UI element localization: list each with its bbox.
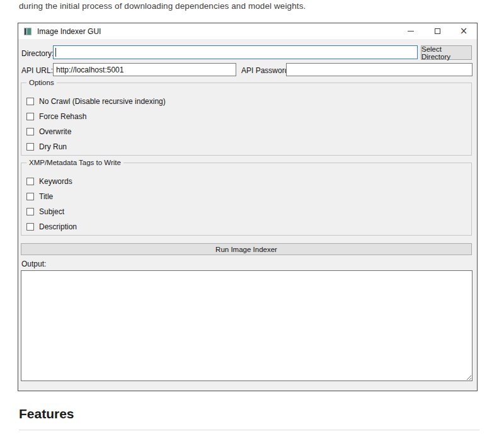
api-password-label: API Password: (241, 66, 291, 75)
checkbox-overwrite[interactable]: Overwrite (26, 124, 471, 139)
window-controls: × (398, 23, 477, 39)
window-title: Image Indexer GUI (37, 27, 101, 36)
output-textarea[interactable] (21, 270, 472, 381)
run-image-indexer-button[interactable]: Run Image Indexer (21, 243, 472, 255)
directory-label: Directory: (21, 49, 54, 58)
minimize-button[interactable] (398, 23, 424, 39)
checkbox-icon[interactable] (26, 113, 34, 120)
checkbox-force-rehash[interactable]: Force Rehash (26, 109, 471, 124)
checkbox-label: Overwrite (39, 127, 71, 136)
maximize-icon (435, 28, 440, 34)
close-button[interactable]: × (450, 23, 477, 39)
intro-text: during the initial process of downloadin… (19, 1, 306, 11)
api-password-input[interactable] (286, 63, 472, 76)
directory-input[interactable] (53, 45, 418, 59)
select-directory-button[interactable]: Select Directory (421, 45, 472, 60)
checkbox-label: Title (39, 192, 53, 201)
checkbox-icon[interactable] (26, 143, 34, 151)
minimize-icon (408, 31, 414, 32)
checkbox-icon[interactable] (26, 193, 34, 200)
options-groupbox: Options No Crawl (Disable recursive inde… (21, 83, 472, 156)
checkbox-no-crawl[interactable]: No Crawl (Disable recursive indexing) (26, 94, 471, 109)
checkbox-label: Force Rehash (39, 112, 86, 121)
checkbox-label: Dry Run (39, 142, 67, 151)
xmp-tags-legend: XMP/Metadata Tags to Write (26, 159, 123, 166)
checkbox-icon[interactable] (26, 128, 34, 135)
section-divider (19, 430, 479, 430)
checkbox-subject[interactable]: Subject (26, 204, 471, 219)
api-url-input[interactable] (53, 63, 236, 76)
titlebar[interactable]: Image Indexer GUI × (18, 23, 477, 39)
checkbox-label: Description (39, 222, 77, 231)
output-label: Output: (21, 260, 46, 268)
maximize-button[interactable] (424, 23, 450, 39)
app-icon (24, 28, 32, 35)
checkbox-title[interactable]: Title (26, 189, 471, 204)
checkbox-label: Subject (39, 207, 64, 216)
checkbox-description[interactable]: Description (26, 219, 471, 234)
close-icon: × (460, 26, 468, 36)
text-caret (55, 48, 56, 57)
checkbox-label: No Crawl (Disable recursive indexing) (39, 97, 166, 106)
checkbox-label: Keywords (39, 177, 72, 186)
checkbox-icon[interactable] (26, 98, 34, 105)
checkbox-icon[interactable] (26, 223, 34, 231)
checkbox-icon[interactable] (26, 178, 34, 185)
image-indexer-window: Image Indexer GUI × Directory: Select Di… (18, 23, 478, 391)
checkbox-icon[interactable] (26, 208, 34, 215)
checkbox-keywords[interactable]: Keywords (26, 174, 471, 189)
checkbox-dry-run[interactable]: Dry Run (26, 139, 471, 154)
xmp-tags-groupbox: XMP/Metadata Tags to Write Keywords Titl… (21, 163, 472, 236)
features-heading: Features (19, 406, 74, 421)
options-legend: Options (26, 79, 57, 86)
api-url-label: API URL: (21, 66, 53, 75)
